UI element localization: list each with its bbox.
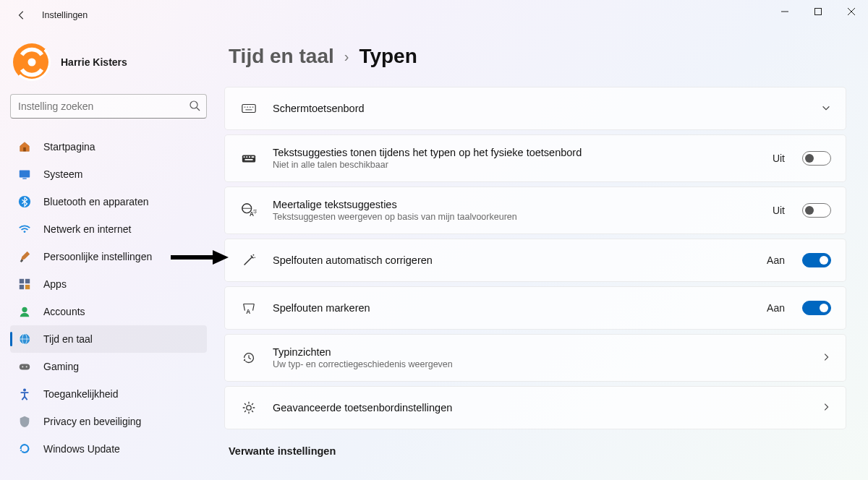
wand-icon: [239, 251, 258, 270]
svg-rect-33: [249, 156, 250, 158]
system-icon: [17, 167, 32, 181]
person-icon: [17, 304, 32, 319]
sidebar-item-time-language[interactable]: Tijd en taal: [10, 325, 207, 353]
card-title: Schermtoetsenbord: [273, 103, 807, 114]
user-name: Harrie Kisters: [61, 56, 127, 68]
svg-rect-13: [20, 279, 24, 283]
svg-rect-8: [23, 147, 26, 151]
svg-rect-10: [22, 178, 26, 179]
title-bar: Instellingen: [0, 0, 868, 30]
svg-rect-24: [242, 105, 255, 113]
sidebar-item-label: Windows Update: [43, 443, 120, 455]
svg-point-21: [22, 366, 23, 367]
page-title: Typen: [359, 45, 417, 68]
globe-language-icon: A字: [239, 201, 258, 220]
sidebar-item-label: Netwerk en internet: [43, 223, 131, 235]
sidebar-item-label: Persoonlijke instellingen: [43, 251, 152, 262]
card-advanced-keyboard[interactable]: Geavanceerde toetsenbordinstellingen: [224, 386, 846, 429]
card-title: Geavanceerde toetsenbordinstellingen: [273, 402, 807, 413]
card-highlight[interactable]: A Spelfouten markeren Aan: [224, 286, 846, 330]
svg-rect-32: [246, 156, 247, 158]
card-multilingual[interactable]: A字 Meertalige tekstsuggesties Tekstsugge…: [224, 187, 846, 234]
user-block[interactable]: Harrie Kisters: [10, 40, 207, 94]
sidebar-item-label: Toegankelijkheid: [43, 388, 119, 400]
toggle-text-suggestions[interactable]: [802, 151, 831, 166]
shield-icon: [17, 414, 32, 429]
svg-rect-34: [252, 156, 255, 158]
accessibility-icon: [17, 387, 32, 401]
toggle-state-label: Aan: [767, 254, 785, 266]
sidebar-item-label: Bluetooth en apparaten: [43, 196, 149, 207]
sidebar-item-bluetooth[interactable]: Bluetooth en apparaten: [10, 188, 207, 215]
sidebar-item-accessibility[interactable]: Toegankelijkheid: [10, 380, 207, 408]
card-text-suggestions[interactable]: Tekstsuggesties tonen tijdens het typen …: [224, 134, 846, 182]
svg-point-17: [22, 307, 27, 312]
svg-rect-16: [25, 285, 30, 289]
svg-text:字: 字: [253, 209, 258, 214]
home-icon: [17, 140, 32, 154]
toggle-state-label: Uit: [773, 205, 785, 216]
sidebar-item-label: Startpagina: [43, 141, 95, 153]
sidebar-item-label: Gaming: [43, 361, 79, 372]
search-icon: [189, 100, 200, 113]
sidebar-item-update[interactable]: Windows Update: [10, 435, 207, 463]
window-title: Instellingen: [42, 10, 88, 20]
svg-point-40: [255, 257, 255, 258]
sidebar: Harrie Kisters Startpagina Systeem Bluet…: [0, 30, 217, 480]
section-related-title: Verwante instellingen: [224, 445, 846, 457]
chevron-right-icon: ›: [344, 48, 349, 65]
toggle-highlight[interactable]: [802, 301, 831, 315]
close-button[interactable]: [835, 0, 868, 23]
svg-point-5: [27, 58, 35, 66]
card-touch-keyboard[interactable]: Schermtoetsenbord: [224, 87, 846, 130]
sidebar-item-personalization[interactable]: Persoonlijke instellingen: [10, 243, 207, 270]
toggle-autocorrect[interactable]: [802, 253, 831, 267]
svg-point-42: [247, 406, 251, 410]
brush-icon: [17, 249, 32, 264]
svg-rect-30: [242, 155, 255, 162]
sidebar-item-apps[interactable]: Apps: [10, 270, 207, 298]
svg-text:A: A: [246, 309, 250, 315]
sidebar-item-network[interactable]: Netwerk en internet: [10, 215, 207, 243]
wifi-icon: [17, 222, 32, 236]
card-title: Typinzichten: [273, 346, 807, 358]
svg-line-7: [197, 108, 200, 111]
svg-rect-1: [815, 9, 822, 15]
sidebar-item-home[interactable]: Startpagina: [10, 133, 207, 160]
sidebar-item-label: Apps: [43, 278, 67, 290]
apps-icon: [17, 277, 32, 291]
sidebar-item-accounts[interactable]: Accounts: [10, 298, 207, 325]
card-title: Spelfouten automatisch corrigeren: [273, 254, 752, 266]
gear-icon: [239, 398, 258, 417]
gamepad-icon: [17, 359, 32, 374]
sidebar-item-label: Systeem: [43, 168, 82, 180]
svg-rect-35: [245, 159, 253, 160]
card-autocorrect[interactable]: Spelfouten automatisch corrigeren Aan: [224, 239, 846, 282]
breadcrumb-parent[interactable]: Tijd en taal: [229, 45, 334, 68]
globe-clock-icon: [17, 332, 32, 346]
card-title: Spelfouten markeren: [273, 302, 752, 314]
search-box[interactable]: [10, 94, 207, 119]
sidebar-item-gaming[interactable]: Gaming: [10, 353, 207, 380]
card-title: Meertalige tekstsuggesties: [273, 199, 758, 210]
breadcrumb: Tijd en taal › Typen: [224, 45, 846, 68]
card-typing-insights[interactable]: Typinzichten Uw typ- en correctiegeschie…: [224, 334, 846, 382]
maximize-button[interactable]: [801, 0, 835, 23]
toggle-state-label: Uit: [773, 153, 785, 164]
svg-point-39: [253, 254, 255, 256]
chevron-right-icon: [821, 352, 831, 364]
toggle-multilingual[interactable]: [802, 203, 831, 218]
sidebar-item-system[interactable]: Systeem: [10, 160, 207, 188]
back-button[interactable]: [12, 5, 32, 25]
chevron-right-icon: [821, 402, 831, 414]
sidebar-item-privacy[interactable]: Privacy en beveiliging: [10, 408, 207, 435]
minimize-button[interactable]: [768, 0, 801, 23]
svg-point-6: [190, 101, 197, 108]
card-title: Tekstsuggesties tonen tijdens het typen …: [273, 147, 758, 158]
svg-point-23: [23, 389, 26, 392]
content-area: Tijd en taal › Typen Schermtoetsenbord T…: [217, 30, 868, 480]
bluetooth-icon: [17, 194, 32, 209]
card-subtitle: Uw typ- en correctiegeschiedenis weergev…: [273, 359, 807, 369]
svg-rect-15: [20, 285, 24, 289]
search-input[interactable]: [18, 100, 189, 112]
